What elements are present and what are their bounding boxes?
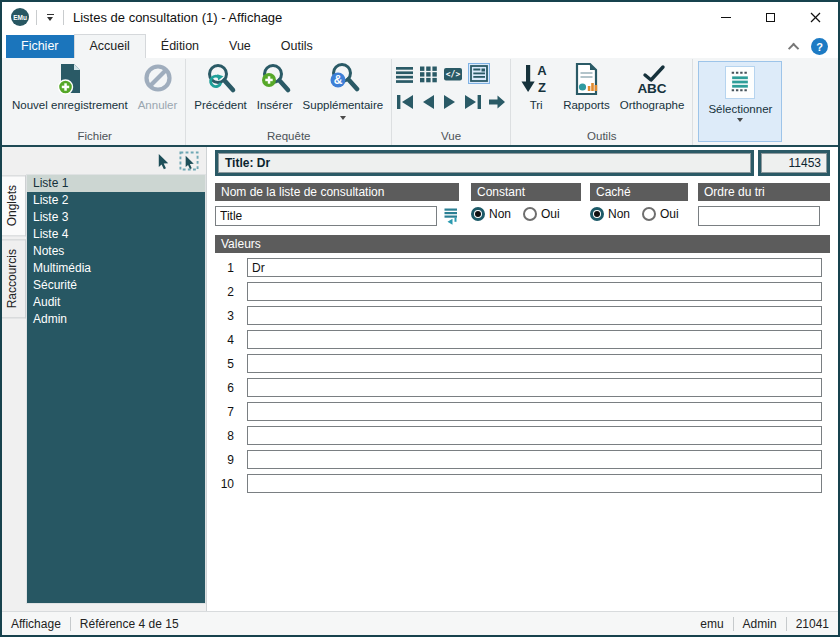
sidebar-toolbar bbox=[2, 147, 206, 174]
list-item[interactable]: Liste 2 bbox=[27, 192, 205, 209]
code-view-icon[interactable]: </> bbox=[443, 65, 463, 83]
group-label-requete: Requête bbox=[189, 129, 388, 145]
collapse-ribbon-icon[interactable] bbox=[788, 42, 799, 53]
value-row-number: 4 bbox=[215, 333, 247, 347]
value-row-number: 2 bbox=[215, 285, 247, 299]
value-input-6[interactable] bbox=[247, 378, 822, 397]
select-label: Sélectionner bbox=[708, 103, 772, 115]
status-separator bbox=[70, 617, 71, 631]
help-button[interactable]: ? bbox=[811, 38, 828, 55]
list-item[interactable]: Liste 1 bbox=[27, 175, 205, 192]
insert-query-button[interactable]: Insérer bbox=[252, 59, 298, 113]
sidebar: Onglets Raccourcis Liste 1 Liste 2 Liste… bbox=[2, 147, 206, 611]
status-role: Admin bbox=[743, 617, 777, 631]
value-input-2[interactable] bbox=[247, 282, 822, 301]
additional-dropdown-icon bbox=[340, 116, 346, 120]
list-item[interactable]: Liste 3 bbox=[27, 209, 205, 226]
cache-non-radio[interactable] bbox=[590, 207, 604, 221]
field-header-ordre: Ordre du tri bbox=[698, 183, 830, 201]
select-dropdown-icon bbox=[737, 118, 743, 122]
cache-oui-radio[interactable] bbox=[642, 207, 656, 221]
quick-access-dropdown-icon[interactable] bbox=[44, 14, 56, 21]
previous-query-label: Précédent bbox=[194, 99, 246, 113]
ribbon-group-fichier: Nouvel enregistrement Annuler Fichier bbox=[4, 59, 186, 145]
value-input-1[interactable] bbox=[247, 258, 822, 277]
sort-button[interactable]: A Z Tri bbox=[514, 59, 558, 113]
value-row: 6 bbox=[215, 378, 830, 397]
value-input-4[interactable] bbox=[247, 330, 822, 349]
minimize-button[interactable] bbox=[703, 2, 748, 32]
search-additional-icon: & bbox=[326, 62, 360, 96]
cursor-icon[interactable] bbox=[155, 152, 172, 170]
status-user: emu bbox=[700, 617, 723, 631]
select-button[interactable]: Sélectionner bbox=[698, 61, 782, 142]
value-row: 1 bbox=[215, 258, 830, 277]
value-row: 9 bbox=[215, 450, 830, 469]
ribbon-tab-row: Fichier Accueil Édition Vue Outils ? bbox=[2, 32, 838, 58]
list-item[interactable]: Admin bbox=[27, 311, 205, 328]
select-records-icon[interactable] bbox=[179, 151, 199, 171]
ribbon-group-outils: A Z Tri Rappo bbox=[511, 59, 693, 145]
list-item[interactable]: Notes bbox=[27, 243, 205, 260]
value-input-3[interactable] bbox=[247, 306, 822, 325]
group-label-vue: Vue bbox=[395, 129, 507, 145]
cancel-button[interactable]: Annuler bbox=[133, 59, 183, 113]
tab-outils[interactable]: Outils bbox=[266, 35, 328, 58]
tab-list-panel: Liste 1 Liste 2 Liste 3 Liste 4 Notes Mu… bbox=[26, 174, 206, 604]
constant-radio-group: Non Oui bbox=[471, 207, 581, 221]
goto-record-icon[interactable] bbox=[487, 93, 507, 111]
value-input-7[interactable] bbox=[247, 402, 822, 421]
constant-non-radio[interactable] bbox=[471, 207, 485, 221]
tab-fichier[interactable]: Fichier bbox=[6, 35, 74, 58]
cache-non-label: Non bbox=[608, 207, 630, 221]
last-record-icon[interactable] bbox=[463, 93, 483, 111]
previous-record-icon[interactable] bbox=[419, 93, 437, 111]
svg-text:ABC: ABC bbox=[637, 81, 666, 96]
list-item[interactable]: Sécurité bbox=[27, 277, 205, 294]
vertical-tab-onglets[interactable]: Onglets bbox=[2, 175, 26, 236]
list-item[interactable]: Audit bbox=[27, 294, 205, 311]
value-row: 3 bbox=[215, 306, 830, 325]
constant-oui-radio[interactable] bbox=[523, 207, 537, 221]
tab-edition[interactable]: Édition bbox=[146, 35, 214, 58]
values-header: Valeurs bbox=[215, 235, 830, 253]
record-header: Title: Dr 11453 bbox=[215, 150, 830, 176]
detail-view-selected[interactable] bbox=[468, 63, 490, 84]
form-header-row: Nom de la liste de consultation Cons bbox=[215, 183, 830, 226]
new-record-icon bbox=[53, 62, 87, 96]
vertical-tab-raccourcis[interactable]: Raccourcis bbox=[2, 239, 26, 318]
app-window: EMu Listes de consultation (1) - Afficha… bbox=[0, 0, 840, 637]
next-record-icon[interactable] bbox=[441, 93, 459, 111]
status-separator bbox=[733, 617, 734, 631]
value-row-number: 5 bbox=[215, 357, 247, 371]
value-row: 5 bbox=[215, 354, 830, 373]
list-view-icon[interactable] bbox=[395, 65, 414, 83]
previous-query-button[interactable]: Précédent bbox=[189, 59, 251, 113]
sort-az-icon: A Z bbox=[519, 62, 553, 96]
first-record-icon[interactable] bbox=[395, 93, 415, 111]
value-input-5[interactable] bbox=[247, 354, 822, 373]
record-id: 11453 bbox=[761, 153, 827, 173]
titlebar-separator bbox=[63, 10, 64, 25]
maximize-button[interactable] bbox=[748, 2, 793, 32]
autofill-icon[interactable] bbox=[443, 207, 459, 225]
tab-vue[interactable]: Vue bbox=[214, 35, 266, 58]
new-record-button[interactable]: Nouvel enregistrement bbox=[7, 59, 133, 113]
list-name-input[interactable] bbox=[215, 206, 437, 226]
list-item[interactable]: Multimédia bbox=[27, 260, 205, 277]
grid-view-icon[interactable] bbox=[419, 65, 438, 83]
tab-accueil[interactable]: Accueil bbox=[74, 34, 146, 58]
value-input-8[interactable] bbox=[247, 426, 822, 445]
reports-button[interactable]: Rapports bbox=[558, 59, 615, 113]
additional-query-button[interactable]: & Supplémentaire bbox=[298, 59, 389, 120]
detail-view-icon bbox=[470, 65, 488, 82]
svg-text:Z: Z bbox=[538, 80, 546, 95]
close-button[interactable] bbox=[793, 2, 838, 32]
sort-order-input[interactable] bbox=[698, 206, 820, 226]
list-item[interactable]: Liste 4 bbox=[27, 226, 205, 243]
sidebar-rail: Onglets Raccourcis bbox=[2, 174, 26, 604]
spelling-button[interactable]: ABC Orthographe bbox=[615, 59, 690, 113]
value-input-9[interactable] bbox=[247, 450, 822, 469]
value-input-10[interactable] bbox=[247, 474, 822, 493]
record-title-strip: Title: Dr bbox=[215, 150, 754, 176]
